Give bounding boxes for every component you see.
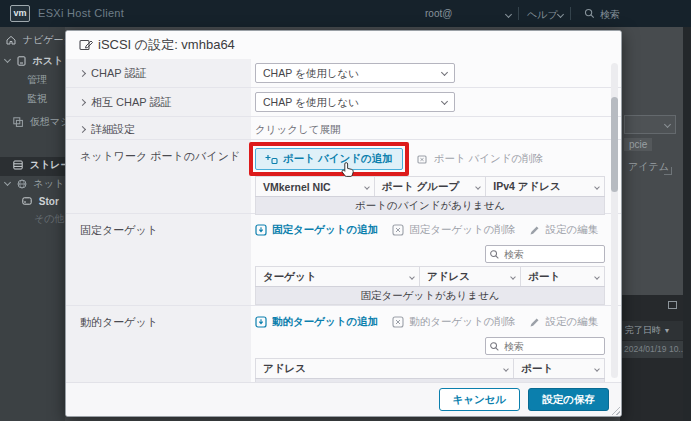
topbar-divider — [570, 7, 571, 20]
chevron-down-icon[interactable] — [594, 274, 600, 280]
remove-dynamic-target-button: 動的ターゲットの削除 — [392, 315, 515, 329]
chevron-down-icon[interactable] — [409, 274, 415, 280]
chevron-right-icon[interactable] — [79, 69, 86, 76]
search-icon — [489, 341, 500, 352]
search-icon — [489, 249, 500, 260]
chevron-down-icon[interactable] — [510, 274, 516, 280]
storage-icon — [13, 160, 23, 170]
chevron-down-icon — [441, 98, 448, 105]
network-icon — [17, 179, 27, 189]
expand-panel-icon — [668, 301, 677, 309]
add-static-target-button[interactable]: 固定ターゲットの追加 — [255, 223, 378, 237]
sort-desc-icon: ▼ — [664, 327, 671, 334]
esxi-host-client-window: vm ESXi Host Client root@ ヘルプ 検索 ナビゲータ ホ… — [0, 0, 691, 421]
dialog-footer: キャンセル 設定の保存 — [66, 382, 621, 416]
column-header-port-group[interactable]: ポート グループ — [374, 177, 486, 197]
mutual-chap-label[interactable]: 相互 CHAP 認証 — [66, 88, 251, 116]
window-edge — [683, 27, 691, 421]
help-menu[interactable]: ヘルプ — [527, 8, 558, 22]
search-label[interactable]: 検索 — [600, 8, 620, 22]
port-binding-table: VMkernel NIC ポート グループ IPv4 アドレス — [255, 176, 605, 197]
user-menu[interactable]: root@ — [425, 8, 452, 19]
dynamic-targets-table: アドレス ポート — [255, 358, 605, 379]
dynamic-targets-search[interactable] — [485, 337, 605, 355]
column-header-port[interactable]: ポート — [514, 359, 605, 379]
host-icon — [17, 56, 26, 66]
add-dynamic-target-button[interactable]: 動的ターゲットの追加 — [255, 315, 378, 329]
sidebar-item-storage[interactable]: ストレージ — [0, 158, 65, 176]
chevron-down-icon[interactable] — [594, 184, 600, 190]
background-workspace: pcie アイテム 完了日時 ▼ 2024/01/19 10... — [620, 27, 691, 421]
remove-icon — [417, 154, 429, 165]
dialog-title: iSCSI の設定: vmhba64 — [66, 31, 621, 59]
add-port-binding-button[interactable]: ポート バインドの追加 — [255, 148, 403, 170]
chevron-right-icon[interactable] — [79, 98, 86, 105]
port-binding-label: ネットワーク ポートのバインド — [66, 140, 251, 219]
static-targets-search-input[interactable] — [504, 246, 602, 262]
chevron-down-icon[interactable] — [503, 366, 509, 372]
chevron-down-icon[interactable] — [594, 366, 600, 372]
chap-select[interactable]: CHAP を使用しない — [255, 63, 455, 83]
static-targets-search[interactable] — [485, 245, 605, 263]
chevron-right-icon[interactable] — [79, 125, 86, 132]
dynamic-targets-search-input[interactable] — [504, 338, 602, 354]
cancel-button[interactable]: キャンセル — [439, 388, 521, 411]
background-dropdown — [624, 115, 676, 134]
dialog-body: CHAP 認証 CHAP を使用しない 相互 CHAP 認証 CHAP を使用し… — [66, 59, 621, 382]
dialog-scrollbar[interactable] — [611, 63, 618, 378]
sidebar-item-monitor[interactable]: 監視 — [0, 92, 65, 110]
column-header-ipv4-address[interactable]: IPv4 アドレス — [486, 177, 605, 197]
chevron-down-icon[interactable] — [4, 179, 11, 186]
advanced-settings-label[interactable]: 詳細設定 — [66, 117, 251, 141]
chap-row: CHAP 認証 CHAP を使用しない — [66, 59, 621, 88]
user-menu-caret-icon[interactable] — [505, 11, 512, 18]
port-binding-empty-message: ポートのバインドがありません — [255, 197, 605, 215]
iscsi-settings-icon — [79, 38, 93, 51]
mutual-chap-row: 相互 CHAP 認証 CHAP を使用しない — [66, 88, 621, 117]
background-filter-text: pcie — [624, 138, 652, 151]
static-targets-label: 固定ターゲット — [66, 214, 251, 309]
click-to-expand-hint[interactable]: クリックして展開 — [255, 121, 605, 137]
app-title: ESXi Host Client — [38, 7, 124, 19]
mutual-chap-select[interactable]: CHAP を使用しない — [255, 92, 455, 112]
sidebar-item-host[interactable]: ホスト — [0, 54, 65, 72]
sidebar-item-more[interactable]: その他... — [0, 212, 65, 230]
sidebar-item-network[interactable]: ネットワーク — [0, 177, 65, 195]
column-header-address[interactable]: アドレス — [256, 359, 514, 379]
chap-label[interactable]: CHAP 認証 — [66, 59, 251, 87]
task-row: 2024/01/19 10... — [620, 341, 683, 358]
chevron-down-icon[interactable] — [475, 184, 481, 190]
column-header-address[interactable]: アドレス — [420, 267, 521, 287]
column-header-vmkernel-nic[interactable]: VMkernel NIC — [256, 177, 375, 197]
remove-target-icon — [392, 316, 404, 328]
hand-cursor-icon — [341, 161, 356, 178]
vmware-logo: vm — [10, 5, 30, 22]
add-target-icon — [255, 316, 267, 328]
help-menu-caret-icon[interactable] — [557, 11, 564, 18]
sidebar-item-navigator: ナビゲータ — [0, 33, 65, 51]
column-header-target[interactable]: ターゲット — [256, 267, 420, 287]
chevron-down-icon[interactable] — [364, 184, 370, 190]
pencil-icon — [529, 317, 540, 328]
static-targets-section: 固定ターゲット 固定ターゲットの追加 固定ターゲットの削除 — [66, 214, 621, 306]
iscsi-settings-dialog: iSCSI の設定: vmhba64 CHAP 認証 CHAP を使用しない — [65, 30, 622, 417]
remove-target-icon — [392, 224, 404, 236]
chevron-down-icon[interactable] — [4, 56, 11, 63]
resize-corner-icon — [664, 167, 672, 175]
sidebar-item-datastore[interactable]: Stor — [0, 195, 65, 213]
search-icon[interactable] — [584, 8, 595, 19]
navigator-sidebar: ナビゲータ ホスト 管理 監視 仮想マシン ストレージ ネットワーク Stor — [0, 27, 65, 421]
pencil-icon — [529, 225, 540, 236]
chevron-down-icon — [664, 121, 671, 128]
sidebar-item-vms[interactable]: 仮想マシン — [0, 115, 65, 133]
datastore-icon — [22, 197, 32, 205]
dialog-resize-grip[interactable] — [611, 406, 620, 415]
sidebar-item-manage[interactable]: 管理 — [0, 73, 65, 91]
column-header-port[interactable]: ポート — [521, 267, 605, 287]
save-settings-button[interactable]: 設定の保存 — [528, 388, 609, 411]
remove-port-binding-button: ポート バインドの削除 — [417, 152, 544, 166]
home-icon — [6, 35, 16, 45]
edit-settings-button: 設定の編集 — [529, 315, 598, 329]
recent-tasks-panel: 完了日時 ▼ 2024/01/19 10... — [620, 295, 683, 421]
scrollbar-thumb[interactable] — [611, 97, 618, 192]
